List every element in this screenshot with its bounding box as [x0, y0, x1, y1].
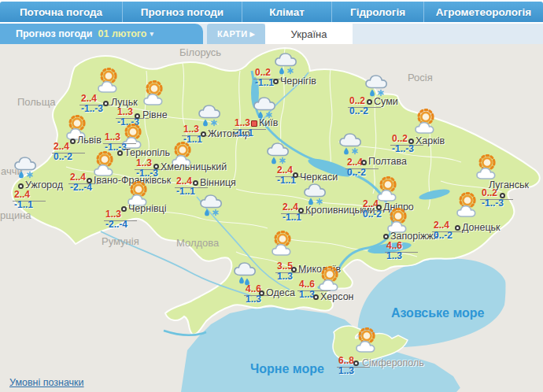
rain-snow-cloud-icon — [265, 137, 294, 167]
city-label[interactable]: Суми — [374, 96, 398, 107]
city-label[interactable]: Харків — [416, 135, 445, 146]
city-marker — [135, 113, 140, 119]
sun-cloud-icon — [351, 326, 384, 354]
rain-cloud-icon — [232, 257, 260, 287]
night-temp: -2..-4 — [104, 220, 129, 230]
city-label[interactable]: Ужгород — [25, 179, 63, 190]
country-label: Росія — [408, 72, 433, 83]
country-label: Польща — [17, 96, 56, 108]
city-marker — [291, 267, 297, 272]
city-marker — [193, 180, 198, 186]
city-label[interactable]: Чернівці — [128, 203, 167, 214]
night-temp: 0..-2 — [345, 168, 368, 178]
rain-snow-cloud-icon — [338, 128, 366, 157]
capital-marker — [251, 120, 257, 127]
city-marker — [153, 164, 159, 169]
city-marker — [353, 361, 359, 366]
night-temp: -1..1 — [281, 213, 303, 223]
city-label[interactable]: Чернігів — [280, 76, 316, 87]
city-marker — [367, 99, 372, 105]
night-temp: -1..1 — [253, 78, 275, 88]
sun-cloud-icon — [410, 107, 443, 135]
city-label[interactable]: Київ — [259, 117, 278, 128]
city-marker — [455, 225, 460, 231]
forecast-tab-label: Прогноз погоди — [16, 28, 93, 39]
date-label: 01 лютого — [98, 28, 147, 39]
caret-down-icon: ▾ — [150, 30, 153, 38]
city-marker — [376, 205, 382, 210]
city-label[interactable]: Львів — [77, 135, 102, 146]
city-label[interactable]: Хмельницький — [161, 161, 227, 172]
sea-label: Азовське море — [391, 306, 484, 320]
city-marker — [87, 178, 92, 183]
city-label[interactable]: Одеса — [266, 287, 295, 298]
country-label: Білорусь — [179, 46, 221, 58]
city-marker — [298, 208, 304, 213]
city-marker — [313, 294, 319, 300]
arrow-right-icon: ▶ — [249, 31, 255, 38]
city-marker — [18, 183, 24, 189]
city-label[interactable]: Вінниця — [200, 177, 236, 188]
night-temp: 0..-2 — [361, 209, 383, 220]
main-nav: Поточна погодаПрогноз погодиКліматГідрол… — [0, 2, 543, 22]
sub-nav: Прогноз погоди 01 лютого ▾ КАРТИ ▶ Украї… — [0, 24, 543, 44]
maps-button[interactable]: КАРТИ ▶ — [207, 24, 265, 44]
night-temp: -1..1 — [13, 200, 35, 210]
city-label[interactable]: Тернопіль — [124, 147, 170, 158]
city-marker — [361, 160, 367, 165]
maps-button-label: КАРТИ — [217, 29, 247, 39]
tab-forecast[interactable]: Прогноз погоди 01 лютого ▾ — [0, 24, 203, 44]
city-marker — [383, 234, 389, 239]
city-label[interactable]: Сімферополь — [362, 357, 424, 368]
legend-link[interactable]: Умовні позначки — [9, 377, 84, 388]
city-marker — [500, 193, 505, 198]
city-marker — [70, 139, 76, 144]
night-temp: 0..-2 — [348, 106, 370, 116]
city-marker — [259, 290, 264, 296]
night-temp: -1..1 — [233, 128, 255, 139]
night-temp: 1..3 — [244, 294, 263, 305]
sun-cloud-icon — [471, 153, 504, 181]
sun-cloud-icon — [93, 66, 126, 94]
city-label[interactable]: Рівне — [142, 109, 168, 120]
date-dropdown[interactable]: 01 лютого ▾ — [98, 28, 153, 39]
rain-snow-cloud-icon — [198, 189, 227, 219]
nav-tab[interactable]: Клімат — [242, 2, 332, 22]
night-temp: 1..3 — [275, 272, 294, 282]
sun-cloud-icon — [139, 79, 172, 107]
sun-cloud-icon — [452, 190, 485, 219]
city-marker — [408, 139, 414, 144]
sea-label: Чорне море — [250, 362, 324, 376]
country-label: Румунія — [102, 235, 139, 247]
night-temp: 0..-2 — [432, 231, 454, 241]
city-label[interactable]: Полтава — [368, 156, 407, 167]
night-temp: -2..-4 — [68, 183, 94, 193]
city-label[interactable]: Херсон — [320, 291, 354, 302]
night-temp: -1..-3 — [79, 104, 105, 114]
city-marker — [293, 172, 298, 178]
nav-tab[interactable]: Поточна погода — [0, 2, 123, 22]
rain-snow-cloud-icon — [364, 69, 392, 99]
nav-tab[interactable]: Гідрологія — [332, 2, 424, 22]
country-label: рщина — [0, 209, 31, 221]
night-temp: -1..1 — [175, 187, 197, 197]
night-temp: -1..-3 — [390, 144, 416, 154]
tab-ukraine[interactable]: Україна — [265, 24, 353, 44]
sun-cloud-icon — [267, 229, 300, 257]
city-marker — [121, 206, 127, 212]
city-label[interactable]: Донецьк — [462, 222, 501, 233]
night-temp: 1..3 — [385, 251, 404, 261]
night-temp: 0..-2 — [52, 152, 74, 162]
weather-map: БілорусьПольщаРосіяРумуніяМолдовааччирщи… — [0, 44, 543, 392]
night-temp: 1..3 — [337, 366, 356, 376]
nav-tab[interactable]: Агрометеорологія — [424, 2, 543, 22]
city-label[interactable]: Луганськ — [489, 179, 529, 190]
rain-snow-cloud-icon — [13, 151, 41, 181]
city-marker — [103, 101, 109, 106]
city-marker — [201, 131, 206, 137]
nav-tab[interactable]: Прогноз погоди — [123, 2, 242, 22]
night-temp: -1..1 — [182, 135, 204, 145]
city-marker — [273, 79, 279, 84]
country-label: Молдова — [176, 237, 219, 249]
